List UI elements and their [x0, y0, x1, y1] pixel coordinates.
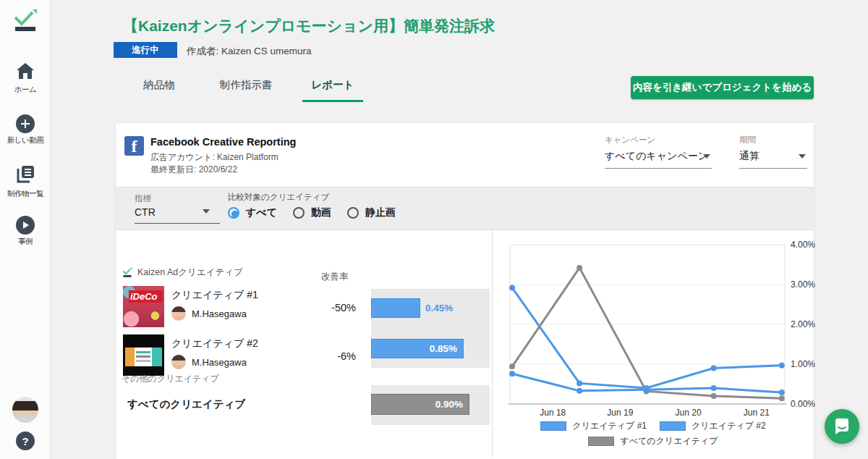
svg-text:1.00%: 1.00% — [791, 359, 815, 369]
report-header: f Facebook Creative Reporting 広告アカウント: K… — [116, 123, 814, 187]
report-title: Facebook Creative Reporting — [150, 136, 296, 148]
creative-row-1[interactable]: iDeCo クリエイティブ #1 M.Hasegawa — [123, 286, 258, 327]
help-button[interactable]: ? — [16, 431, 35, 450]
tabs: 納品物 制作指示書 レポート — [116, 72, 376, 102]
creator-text: 作成者: Kaizen CS umemura — [187, 45, 312, 58]
report-card: f Facebook Creative Reporting 広告アカウント: K… — [116, 123, 814, 459]
metric-label: 指標 — [135, 193, 151, 204]
question-icon: ? — [16, 431, 35, 450]
sidebar-item-home[interactable]: ホーム — [0, 62, 51, 95]
creative-list-panel: Kaizen Adクリエイティブ 改善率 iDeCo クリエイティブ #1 M.… — [116, 230, 492, 458]
user-avatar[interactable] — [12, 397, 38, 423]
campaign-label: キャンペーン — [605, 135, 712, 146]
period-label: 期間 — [739, 135, 807, 146]
ctr-bar-creative-2: 0.85% — [371, 339, 464, 358]
chevron-down-icon — [703, 154, 710, 159]
chevron-down-icon — [203, 209, 210, 214]
ctr-line-chart: 0.00%1.00%2.00%3.00%4.00%Jun 18Jun 19Jun… — [509, 240, 827, 421]
chat-bubble-icon — [833, 418, 851, 435]
sidebar-item-label: 制作物一覧 — [0, 189, 51, 199]
period-value: 通算 — [739, 150, 760, 161]
radio-image[interactable]: 静止画 — [347, 206, 396, 219]
author-name: M.Hasegawa — [192, 308, 247, 319]
legend-swatch — [660, 421, 686, 431]
author-name: M.Hasegawa — [192, 357, 247, 368]
sidebar-item-label: 事例 — [0, 237, 51, 247]
legend-item-creative-1: クリエイティブ #1 — [540, 420, 647, 432]
page-title: 【Kaizenオンラインプロモーション用】簡単発注訴求 — [123, 16, 495, 36]
ctr-value: 0.45% — [425, 303, 453, 313]
legend-item-all-creatives: すべてのクリエイティブ — [588, 435, 718, 447]
creative-thumbnail — [123, 334, 164, 376]
sidebar: ホーム 新しい動画 制作物一覧 事例 ? — [0, 0, 51, 459]
sidebar-item-label: 新しい動画 — [0, 135, 51, 146]
metric-value: CTR — [135, 206, 156, 218]
document-list-icon — [16, 165, 35, 184]
ctr-bar-creative-1: 0.45% — [371, 298, 453, 318]
last-updated: 最終更新日: 2020/6/22 — [150, 164, 237, 176]
legend-swatch — [588, 437, 614, 446]
creative-section-title: Kaizen Adクリエイティブ — [137, 266, 243, 279]
svg-text:Jun 18: Jun 18 — [540, 408, 566, 418]
svg-text:Jun 19: Jun 19 — [607, 408, 633, 418]
radio-all[interactable]: すべて — [228, 206, 277, 219]
period-select[interactable]: 期間 通算 — [739, 135, 807, 169]
metric-select[interactable]: CTR — [135, 206, 220, 224]
author-avatar — [171, 306, 186, 321]
legend-item-creative-2: クリエイティブ #2 — [660, 420, 766, 432]
ctr-value: 0.85% — [430, 343, 457, 354]
filter-strip: 指標 CTR 比較対象のクリエイティブ すべて 動画 静止画 — [116, 187, 814, 230]
svg-text:3.00%: 3.00% — [791, 279, 815, 290]
ctr-value: 0.90% — [435, 399, 463, 410]
radio-icon — [347, 207, 359, 219]
chat-button[interactable] — [825, 409, 859, 444]
svg-text:0.00%: 0.00% — [791, 399, 815, 409]
svg-text:4.00%: 4.00% — [791, 240, 815, 250]
plus-circle-icon — [16, 114, 35, 133]
others-section-title: その他のクリエイティブ — [122, 373, 219, 385]
improvement-value: -50% — [312, 302, 356, 313]
ctr-bar-all-creatives: 0.90% — [371, 394, 469, 415]
line-chart-panel: 0.00%1.00%2.00%3.00%4.00%Jun 18Jun 19Jun… — [492, 230, 814, 458]
sidebar-item-label: ホーム — [0, 85, 51, 95]
legend-swatch — [540, 421, 566, 431]
creative-section-header: Kaizen Adクリエイティブ — [122, 266, 243, 279]
sidebar-item-new-video[interactable]: 新しい動画 — [0, 114, 51, 146]
creative-name: クリエイティブ #2 — [171, 337, 258, 350]
svg-text:Jun 20: Jun 20 — [676, 408, 702, 418]
radio-video[interactable]: 動画 — [293, 206, 331, 219]
chevron-down-icon — [799, 154, 806, 159]
improvement-value: -6% — [312, 350, 356, 362]
sidebar-item-productions[interactable]: 制作物一覧 — [0, 165, 51, 199]
tab-production-instructions[interactable]: 制作指示書 — [203, 72, 289, 102]
creative-name: クリエイティブ #1 — [171, 289, 258, 302]
start-project-button[interactable]: 内容を引き継いでプロジェクトを始める — [631, 76, 814, 99]
compare-label: 比較対象のクリエイティブ — [228, 192, 329, 203]
radio-icon — [293, 207, 305, 219]
all-creatives-name: すべてのクリエイティブ — [127, 397, 245, 411]
improvement-header: 改善率 — [321, 271, 349, 283]
campaign-value: すべてのキャンペーン — [605, 150, 708, 161]
play-circle-icon — [16, 216, 35, 235]
ad-account: 広告アカウント: Kaizen Platform — [150, 151, 278, 164]
radio-icon — [228, 207, 239, 219]
sidebar-item-cases[interactable]: 事例 — [0, 216, 51, 247]
report-content: Kaizen Adクリエイティブ 改善率 iDeCo クリエイティブ #1 M.… — [116, 230, 814, 458]
chart-legend: クリエイティブ #1 クリエイティブ #2 すべてのクリエイティブ — [493, 420, 814, 450]
page: ホーム 新しい動画 制作物一覧 事例 ? — [0, 0, 868, 459]
facebook-icon: f — [124, 136, 144, 156]
svg-text:2.00%: 2.00% — [791, 319, 815, 329]
svg-text:Jun 21: Jun 21 — [744, 408, 770, 418]
creative-row-2[interactable]: クリエイティブ #2 M.Hasegawa — [123, 334, 258, 376]
status-badge: 進行中 — [114, 42, 177, 58]
compare-radio-group: すべて 動画 静止画 — [228, 206, 412, 219]
kaizen-logo-icon[interactable] — [0, 7, 51, 38]
creative-thumbnail: iDeCo — [123, 286, 164, 327]
author-avatar — [171, 355, 186, 369]
campaign-select[interactable]: キャンペーン すべてのキャンペーン — [605, 135, 712, 169]
kaizen-logo-icon — [122, 267, 133, 278]
tab-report[interactable]: レポート — [289, 72, 376, 102]
tab-deliverables[interactable]: 納品物 — [116, 72, 203, 102]
home-icon — [16, 62, 35, 80]
